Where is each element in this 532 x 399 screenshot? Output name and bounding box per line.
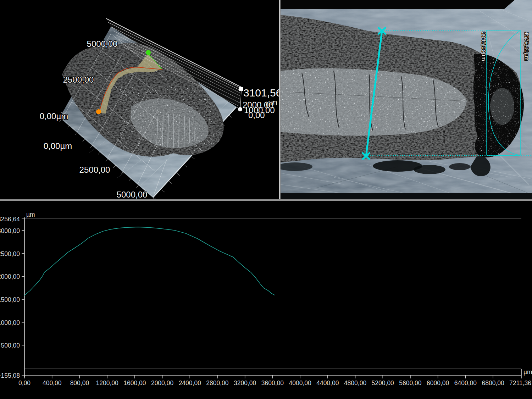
- svg-text:1200,00: 1200,00: [96, 379, 118, 387]
- 3d-z-min-marker[interactable]: [238, 107, 242, 111]
- svg-text:-155,08: -155,08: [0, 372, 20, 379]
- svg-text:2500,00: 2500,00: [0, 250, 20, 257]
- svg-text:4000,00: 4000,00: [289, 379, 311, 387]
- chart-axes: [24, 217, 521, 377]
- svg-text:µm: µm: [26, 211, 35, 218]
- app-window: 5000,00 2500,00 0,00µm 0,00µm 2500,00 50…: [0, 0, 532, 399]
- 3d-axis-label: 5000,00: [87, 39, 118, 49]
- 3d-viewport[interactable]: 5000,00 2500,00 0,00µm 0,00µm 2500,00 50…: [0, 0, 279, 199]
- svg-text:500,00: 500,00: [1, 342, 20, 349]
- profile-chart[interactable]: 3256,643000,002500,002000,001500,001000,…: [0, 201, 532, 399]
- chart-tick-labels: 3256,643000,002500,002000,001500,001000,…: [0, 211, 532, 387]
- panel-profile-chart[interactable]: 3256,643000,002500,002000,001500,001000,…: [0, 201, 532, 399]
- 3d-axis-label: 0,00µm: [44, 141, 72, 151]
- svg-text:µm: µm: [523, 368, 532, 376]
- profile-end-handle[interactable]: [146, 50, 151, 55]
- svg-text:0,00: 0,00: [18, 379, 31, 387]
- svg-text:2000,00: 2000,00: [151, 379, 174, 387]
- svg-text:3600,00: 3600,00: [261, 379, 284, 387]
- svg-text:6800,00: 6800,00: [482, 379, 504, 387]
- measurement-height-label: 1579,11µm: [524, 32, 530, 61]
- svg-text:1500,00: 1500,00: [0, 296, 20, 303]
- chart-reference-lines: [24, 219, 521, 368]
- chart-ticks: [22, 219, 521, 378]
- svg-text:5600,00: 5600,00: [399, 379, 422, 387]
- 3d-axis-label: 5000,00: [117, 190, 148, 199]
- 3d-z-max-marker[interactable]: [239, 87, 243, 91]
- svg-text:2400,00: 2400,00: [179, 379, 201, 387]
- svg-text:1000,00: 1000,00: [0, 319, 20, 326]
- svg-text:3256,64: 3256,64: [0, 216, 20, 223]
- svg-text:5200,00: 5200,00: [372, 379, 394, 387]
- panel-3d-view[interactable]: 5000,00 2500,00 0,00µm 0,00µm 2500,00 50…: [0, 0, 279, 199]
- svg-text:3200,00: 3200,00: [234, 379, 256, 387]
- svg-text:2000,00: 2000,00: [0, 273, 20, 280]
- 3d-z-max-label: 3101,56: [243, 87, 279, 99]
- svg-text:1600,00: 1600,00: [123, 379, 146, 387]
- svg-text:4400,00: 4400,00: [316, 379, 339, 387]
- svg-text:3000,00: 3000,00: [0, 227, 20, 234]
- 3d-axis-label: 2500,00: [79, 165, 110, 174]
- 2d-viewport[interactable]: 3047,09µm 1579,11µm: [281, 0, 532, 199]
- svg-text:400,00: 400,00: [43, 379, 62, 387]
- measurement-length-label: 3047,09µm: [481, 32, 487, 61]
- 3d-axis-label: 0,00µm: [40, 111, 68, 121]
- 2d-bottom-strip: [281, 193, 532, 199]
- 3d-z-label: 0,00: [248, 110, 265, 120]
- svg-text:4800,00: 4800,00: [344, 379, 367, 387]
- svg-text:6000,00: 6000,00: [427, 379, 449, 387]
- svg-text:2800,00: 2800,00: [206, 379, 229, 387]
- svg-text:800,00: 800,00: [70, 379, 89, 387]
- 3d-axis-label: 2500,00: [63, 75, 94, 84]
- panel-2d-image[interactable]: 3047,09µm 1579,11µm: [281, 0, 532, 199]
- profile-start-handle[interactable]: [96, 109, 101, 114]
- svg-text:6400,00: 6400,00: [454, 379, 477, 387]
- svg-text:7211,36: 7211,36: [509, 379, 531, 387]
- profile-curve: [24, 227, 275, 295]
- 2d-top-strip: [281, 0, 515, 9]
